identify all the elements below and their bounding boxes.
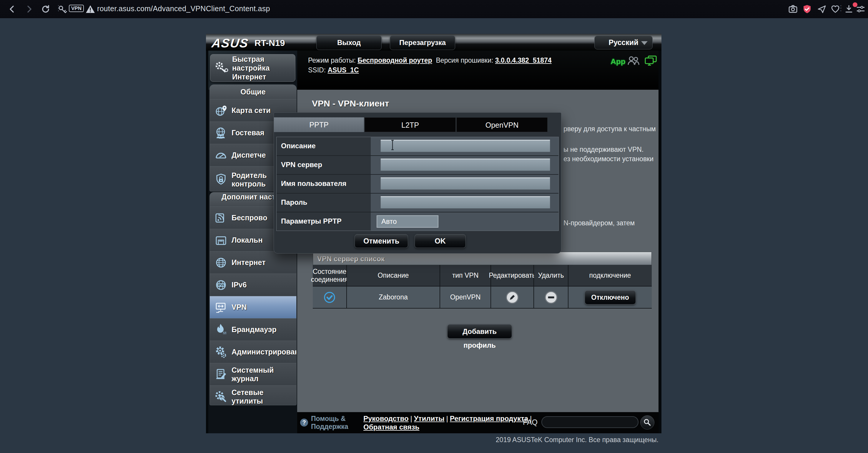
url-text[interactable]: router.asus.com/Advanced_VPNClient_Conte…: [97, 4, 270, 13]
sidebar-item-network-tools[interactable]: Сетевые утилиты: [210, 385, 296, 406]
mode-label: Режим работы:: [308, 57, 356, 64]
faq-search-input[interactable]: [541, 416, 639, 428]
logout-button[interactable]: Выход: [316, 35, 382, 50]
sidebar-item-vpn[interactable]: VPN: [210, 296, 296, 318]
reboot-button[interactable]: Перезагрузка: [390, 35, 455, 50]
modal-tab-l2tp[interactable]: L2TP: [365, 117, 456, 132]
description-input[interactable]: [380, 140, 550, 152]
form-row-description: Описание: [277, 137, 558, 156]
administration-gear-icon: [214, 345, 228, 359]
system-log-icon: [214, 367, 228, 382]
ipv6-icon: IPV6: [214, 278, 228, 292]
product-registration-link[interactable]: Регистрация продукта: [450, 415, 528, 422]
network-map-icon: [214, 103, 228, 118]
edit-cell: [491, 287, 534, 309]
sidebar-item-label: Беспрово: [231, 214, 267, 222]
column-header: подключение: [568, 265, 652, 287]
internet-globe-icon: [214, 256, 228, 270]
manual-link[interactable]: Руководство: [363, 415, 409, 422]
browser-toolbar: ⋮ VPN router.asus.com/Advanced_VPNClient…: [0, 0, 868, 19]
profile-description-cell: Zaborona: [347, 287, 440, 309]
copyright-text: 2019 ASUSTeK Computer Inc. Все права защ…: [496, 436, 658, 444]
language-label: Русский: [609, 38, 638, 46]
firmware-value-link[interactable]: 3.0.0.4.382_51874: [495, 57, 552, 64]
pptp-options-select[interactable]: Авто: [377, 215, 438, 228]
back-icon[interactable]: [7, 4, 17, 14]
faq-search-button[interactable]: [640, 415, 654, 429]
vpn-type-cell: OpenVPN: [440, 287, 491, 309]
password-input[interactable]: [380, 196, 550, 208]
mode-value-link[interactable]: Беспроводной роутер: [358, 57, 432, 64]
description-fragment: ез необходимости установки: [563, 155, 653, 163]
footer-links: Руководство|Утилиты|Регистрация продукта…: [363, 414, 540, 431]
ok-button[interactable]: OK: [414, 234, 466, 248]
vpn-extension-badge[interactable]: VPN: [69, 5, 84, 12]
section-general: Общие: [210, 85, 296, 99]
sidebar-item-label: Интернет: [231, 258, 266, 267]
traffic-manager-icon: [214, 148, 228, 162]
modal-tab-pptp[interactable]: PPTP: [274, 117, 364, 132]
sidebar-item-firewall[interactable]: Брандмауэр: [210, 318, 296, 341]
connect-toggle-button[interactable]: Отключено: [585, 290, 636, 304]
devices-monitor-icon[interactable]: [644, 55, 657, 66]
sidebar-item-label: Диспетче: [231, 151, 266, 159]
column-header: Состояние соединения: [313, 265, 347, 287]
sidebar-item-label: Карта сети: [231, 106, 271, 115]
quick-setup-button[interactable]: Быстрая настройка Интернет: [210, 54, 296, 82]
chevron-down-icon: [641, 41, 648, 45]
vpn-server-list-table: VPN сервер список Состояние соединения О…: [313, 252, 652, 309]
clients-icon[interactable]: [627, 55, 640, 66]
table-row: Zaborona OpenVPN Отключено: [313, 287, 652, 309]
feedback-link[interactable]: Обратная связь: [363, 423, 419, 431]
downloads-icon[interactable]: [844, 4, 854, 14]
sidebar-item-wan[interactable]: Интернет: [210, 251, 296, 273]
search-icon: [643, 418, 652, 427]
vpn-icon: [214, 300, 228, 315]
quick-setup-label: Быстрая настройка Интернет: [232, 55, 295, 81]
column-header: Редактировать: [491, 265, 534, 287]
link-separator: |: [409, 415, 414, 422]
ssid-value-link[interactable]: ASUS_1C: [328, 66, 359, 74]
window-left-edge: [206, 51, 208, 433]
delete-minus-icon[interactable]: [544, 290, 558, 304]
protect-shield-icon[interactable]: [802, 4, 812, 14]
footer-bar: ? Помощь & Поддержка Руководство|Утилиты…: [297, 412, 658, 433]
warning-icon[interactable]: [85, 4, 95, 14]
username-input[interactable]: [380, 177, 550, 190]
app-link[interactable]: App: [611, 57, 625, 66]
table-title: VPN сервер список: [313, 252, 652, 265]
sidebar-item-label: Сетевые утилиты: [231, 388, 296, 406]
status-check-icon: [323, 291, 336, 304]
sidebar-item-ipv6[interactable]: IPV6 IPv6: [210, 273, 296, 296]
ssid-line: SSID: ASUS_1C: [308, 66, 359, 74]
help-icon: ?: [300, 419, 308, 426]
modal-tab-openvpn[interactable]: OpenVPN: [456, 117, 548, 132]
router-model: RT-N19: [254, 38, 285, 48]
utilities-link[interactable]: Утилиты: [414, 415, 444, 422]
field-label: VPN сервер: [277, 156, 371, 174]
asus-logo: ASUS: [211, 36, 249, 50]
form-row-vpn-server: VPN сервер: [277, 156, 558, 175]
vpn-server-input[interactable]: [380, 159, 550, 171]
cancel-button[interactable]: Отменить: [354, 234, 408, 248]
reload-icon[interactable]: [41, 4, 51, 14]
screenshot-camera-icon[interactable]: [788, 4, 798, 14]
edit-pencil-icon[interactable]: [505, 290, 519, 304]
connection-status-cell: [313, 287, 347, 309]
text-cursor-pointer: [390, 140, 395, 150]
send-icon[interactable]: [817, 4, 827, 14]
add-profile-button[interactable]: Добавить профиль: [447, 324, 512, 338]
language-selector[interactable]: Русский: [594, 36, 653, 50]
field-label: Пароль: [277, 194, 371, 212]
svg-text:IPV6: IPV6: [218, 283, 224, 287]
sidebar-item-label: Системный журнал: [231, 366, 296, 383]
sidebar-item-system-log[interactable]: Системный журнал: [210, 363, 296, 385]
screen: ⋮ VPN router.asus.com/Advanced_VPNClient…: [0, 0, 868, 453]
browser-settings-icon[interactable]: [856, 4, 866, 14]
forward-icon[interactable]: [24, 4, 34, 14]
key-icon[interactable]: [58, 4, 68, 14]
sidebar-item-administration[interactable]: Администрирование: [210, 341, 296, 363]
sidebar-item-label: Гостевая: [231, 129, 264, 137]
column-header: тип VPN: [440, 265, 491, 287]
parental-controls-icon: [214, 173, 228, 187]
